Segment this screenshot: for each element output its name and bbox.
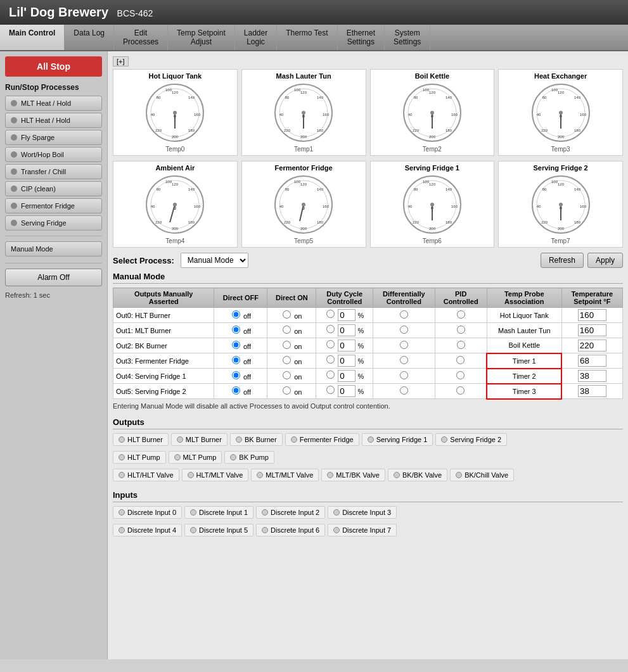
sidebar-btn-fly-sparge[interactable]: Fly Sparge — [5, 130, 102, 145]
table-row-direct-off-0[interactable]: off — [214, 308, 267, 323]
table-row-setpoint-0[interactable] — [561, 308, 622, 323]
table-row-setpoint-1[interactable] — [561, 323, 622, 338]
svg-point-41 — [430, 111, 434, 115]
gauge-serving1: Serving Fridge 1 120 140 160 180 200 220… — [370, 161, 495, 248]
svg-text:40: 40 — [279, 113, 284, 117]
svg-text:220: 220 — [413, 220, 420, 224]
output-item: MLT/MLT Valve — [251, 469, 319, 481]
input-dot — [333, 509, 340, 516]
nav-bar: Main Control Data Log EditProcesses Temp… — [0, 25, 628, 51]
table-row-setpoint-3[interactable] — [561, 353, 622, 369]
table-row-pid-0[interactable] — [435, 308, 487, 323]
inputs-section: Inputs Discrete Input 0Discrete Input 1D… — [113, 490, 623, 539]
input-item: Discrete Input 1 — [184, 506, 253, 519]
output-dot — [174, 454, 181, 460]
table-row-direct-on-1[interactable]: on — [267, 323, 316, 338]
sidebar-btn-serving-fridge[interactable]: Serving Fridge — [5, 215, 102, 231]
nav-system-settings[interactable]: SystemSettings — [385, 25, 430, 50]
table-row-diff-2[interactable] — [373, 338, 435, 353]
expand-button[interactable]: [+] — [113, 56, 129, 67]
svg-text:180: 180 — [317, 220, 324, 224]
table-row-direct-off-2[interactable]: off — [214, 338, 267, 353]
table-row-diff-3[interactable] — [373, 353, 435, 369]
svg-text:120: 120 — [300, 182, 307, 186]
input-dot — [262, 509, 268, 516]
col-header-outputs: Outputs ManuallyAsserted — [113, 288, 214, 308]
sidebar-btn-mlt-heat[interactable]: MLT Heat / Hold — [5, 96, 102, 111]
output-item: HLT/HLT Valve — [113, 469, 179, 481]
mlt-heat-status-dot — [11, 100, 17, 106]
input-dot — [119, 509, 125, 516]
svg-text:40: 40 — [536, 113, 541, 117]
outputs-section: Outputs HLT BurnerMLT BurnerBK BurnerFer… — [113, 417, 623, 484]
svg-text:160: 160 — [580, 205, 587, 208]
output-item: Fermenter Fridge — [285, 433, 359, 446]
nav-main-control[interactable]: Main Control — [0, 25, 65, 50]
table-row-duty-1[interactable]: % — [316, 323, 373, 338]
svg-text:220: 220 — [541, 220, 548, 224]
apply-button[interactable]: Apply — [587, 253, 623, 268]
manual-mode-table: Outputs ManuallyAsserted Direct OFF Dire… — [113, 288, 623, 400]
table-row-direct-on-4[interactable]: on — [267, 369, 316, 384]
output-item: BK/Chill Valve — [450, 469, 514, 481]
svg-text:100: 100 — [423, 88, 430, 92]
nav-thermo-test[interactable]: Thermo Test — [277, 25, 337, 50]
table-row-pid-3[interactable] — [435, 353, 487, 369]
table-row-setpoint-4[interactable] — [561, 369, 622, 384]
table-row-duty-5[interactable]: % — [316, 384, 373, 399]
output-dot — [119, 436, 125, 443]
table-row-diff-1[interactable] — [373, 323, 435, 338]
table-row-duty-2[interactable]: % — [316, 338, 373, 353]
table-row-direct-on-2[interactable]: on — [267, 338, 316, 353]
table-row-pid-2[interactable] — [435, 338, 487, 353]
table-row-diff-5[interactable] — [373, 384, 435, 399]
manual-mode-button[interactable]: Manual Mode — [5, 241, 102, 257]
svg-text:220: 220 — [284, 220, 291, 224]
table-row-probe-2: Boil Kettle — [487, 338, 561, 353]
table-row-direct-off-4[interactable]: off — [214, 369, 267, 384]
svg-text:80: 80 — [285, 96, 290, 99]
sidebar-btn-fermentor-fridge[interactable]: Fermentor Fridge — [5, 198, 102, 213]
table-row-direct-off-3[interactable]: off — [214, 353, 267, 369]
table-row-pid-1[interactable] — [435, 323, 487, 338]
nav-ethernet-settings[interactable]: EthernetSettings — [338, 25, 385, 50]
app-header: Lil' Dog Brewery BCS-462 — [0, 0, 628, 25]
table-row-pid-4[interactable] — [435, 369, 487, 384]
sidebar-btn-hlt-heat[interactable]: HLT Heat / Hold — [5, 113, 102, 128]
process-select[interactable]: Manual Mode — [181, 253, 248, 268]
table-row-direct-off-1[interactable]: off — [214, 323, 267, 338]
svg-point-111 — [559, 203, 563, 206]
sidebar-btn-cip[interactable]: CIP (clean) — [5, 181, 102, 196]
all-stop-button[interactable]: All Stop — [5, 56, 102, 77]
table-row-direct-off-5[interactable]: off — [214, 384, 267, 399]
gauge-ambient-svg: 120 140 160 180 200 220 40 80 100 0 — [143, 173, 207, 236]
table-row-setpoint-2[interactable] — [561, 338, 622, 353]
input-item: Discrete Input 6 — [256, 524, 325, 536]
table-row-diff-0[interactable] — [373, 308, 435, 323]
table-row-duty-4[interactable]: % — [316, 369, 373, 384]
manual-mode-label: Manual Mode — [11, 245, 53, 253]
svg-text:180: 180 — [188, 129, 195, 132]
table-row-setpoint-5[interactable] — [561, 384, 622, 399]
output-dot — [236, 436, 242, 443]
table-row-duty-3[interactable]: % — [316, 353, 373, 369]
svg-point-97 — [430, 203, 434, 206]
alarm-off-button[interactable]: Alarm Off — [5, 269, 102, 286]
sidebar-btn-transfer-chill[interactable]: Transfer / Chill — [5, 164, 102, 179]
svg-text:160: 160 — [451, 113, 458, 117]
nav-edit-processes[interactable]: EditProcesses — [114, 25, 168, 50]
nav-temp-setpoint[interactable]: Temp SetpointAdjust — [168, 25, 235, 50]
refresh-button[interactable]: Refresh — [541, 253, 584, 268]
table-row-duty-0[interactable]: % — [316, 308, 373, 323]
table-row-pid-5[interactable] — [435, 384, 487, 399]
table-row-diff-4[interactable] — [373, 369, 435, 384]
nav-data-log[interactable]: Data Log — [65, 25, 114, 50]
table-row-direct-on-0[interactable]: on — [267, 308, 316, 323]
sidebar-btn-wort-hop-boil[interactable]: Wort/Hop Boil — [5, 147, 102, 162]
table-row-direct-on-5[interactable]: on — [267, 384, 316, 399]
gauge-hlt-label: Temp0 — [165, 146, 184, 153]
nav-ladder-logic[interactable]: LadderLogic — [235, 25, 277, 50]
gauge-mlt: Mash Lauter Tun 120 140 160 180 200 220 … — [241, 69, 366, 156]
table-row-direct-on-3[interactable]: on — [267, 353, 316, 369]
svg-text:200: 200 — [300, 227, 307, 231]
